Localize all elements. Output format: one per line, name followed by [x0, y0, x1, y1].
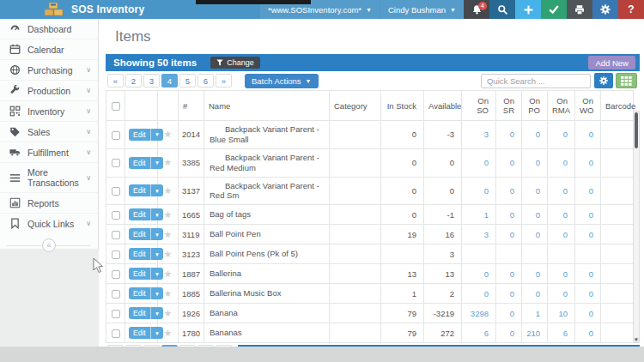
cell-on-sr[interactable] — [496, 244, 522, 264]
cell-on-rma[interactable]: 0 — [548, 284, 575, 304]
sidebar-item-reports[interactable]: Reports — [0, 192, 98, 213]
sidebar-item-quick-links[interactable]: Quick Links ∨ — [0, 213, 98, 233]
row-checkbox[interactable] — [112, 231, 120, 239]
cell-on-sr[interactable]: 0 — [496, 177, 522, 205]
sidebar-item-inventory[interactable]: Inventory ∨ — [0, 100, 98, 121]
cell-on-po[interactable]: 0 — [522, 205, 548, 225]
favorite-star-icon[interactable]: ★ — [164, 249, 173, 259]
print-button[interactable] — [567, 0, 592, 19]
cell-on-po[interactable]: 0 — [522, 177, 548, 205]
favorite-star-icon[interactable]: ★ — [164, 129, 173, 139]
quick-search-input[interactable] — [481, 74, 591, 88]
row-checkbox[interactable] — [112, 290, 120, 299]
sidebar-item-fulfillment[interactable]: Fulfillment ∨ — [0, 142, 98, 162]
cell-on-so[interactable]: 0 — [462, 148, 496, 177]
row-checkbox[interactable] — [112, 187, 120, 196]
cell-on-rma[interactable]: 10 — [548, 304, 575, 323]
app-logo[interactable]: SOS Inventory — [0, 3, 144, 16]
sidebar-item-sales[interactable]: Sales ∨ — [0, 121, 98, 142]
cell-on-wo[interactable]: 0 — [575, 148, 601, 177]
favorite-star-icon[interactable]: ★ — [164, 288, 173, 299]
tasks-button[interactable] — [541, 0, 567, 19]
cell-on-po[interactable]: 1 — [522, 304, 548, 323]
cell-on-po[interactable]: 0 — [522, 121, 548, 149]
column-header-on-wo[interactable]: On WO — [575, 91, 601, 121]
edit-dropdown-caret[interactable]: ▼ — [150, 287, 163, 299]
cell-on-sr[interactable]: 0 — [496, 323, 522, 343]
column-header-barcode[interactable]: Barcode — [601, 91, 634, 121]
page-button-3[interactable]: 3 — [143, 74, 160, 87]
column-header-on-rma[interactable]: On RMA — [548, 91, 575, 121]
cell-on-po[interactable]: 0 — [522, 225, 548, 244]
cell-on-so[interactable]: 3298 — [462, 304, 496, 323]
cell-on-rma[interactable]: 0 — [548, 148, 575, 177]
cell-on-so[interactable]: 6 — [462, 323, 496, 343]
cell-on-so[interactable] — [462, 244, 496, 264]
edit-dropdown-caret[interactable]: ▼ — [150, 208, 163, 220]
row-checkbox[interactable] — [112, 211, 120, 220]
cell-on-sr[interactable]: 0 — [496, 264, 522, 284]
search-button[interactable] — [489, 0, 515, 19]
help-button[interactable]: ? — [618, 0, 644, 19]
edit-dropdown-caret[interactable]: ▼ — [150, 157, 163, 169]
cell-on-wo[interactable]: 0 — [575, 264, 601, 284]
cell-on-sr[interactable]: 0 — [496, 121, 522, 149]
row-checkbox[interactable] — [112, 270, 120, 279]
cell-on-sr[interactable]: 0 — [496, 148, 522, 177]
cell-on-rma[interactable]: 0 — [548, 264, 575, 284]
cell-on-po[interactable]: 0 — [522, 148, 548, 177]
cell-on-wo[interactable]: 0 — [575, 177, 601, 205]
scrollbar-down-arrow[interactable]: ▼ — [634, 337, 639, 342]
cell-on-rma[interactable]: 0 — [548, 205, 575, 225]
scrollbar-thumb[interactable] — [635, 112, 638, 148]
cell-on-rma[interactable]: 0 — [548, 177, 575, 205]
cell-on-wo[interactable]: 0 — [575, 121, 601, 149]
cell-on-sr[interactable]: 0 — [496, 304, 522, 323]
column-header-on-po[interactable]: On PO — [522, 91, 548, 121]
sidebar-item-dashboard[interactable]: Dashboard — [0, 19, 98, 39]
cell-on-sr[interactable]: 0 — [496, 284, 522, 304]
sidebar-collapse-button[interactable]: « — [42, 238, 56, 252]
row-checkbox[interactable] — [112, 329, 120, 338]
cell-on-rma[interactable]: 0 — [548, 225, 575, 244]
change-filter-button[interactable]: Change — [210, 57, 260, 69]
favorite-star-icon[interactable]: ★ — [164, 185, 173, 196]
notifications-button[interactable]: 4 — [464, 0, 489, 19]
cell-on-rma[interactable]: 6 — [548, 323, 575, 343]
edit-dropdown-caret[interactable]: ▼ — [150, 228, 163, 240]
edit-dropdown-caret[interactable]: ▼ — [150, 184, 163, 196]
batch-actions-button[interactable]: Batch Actions ▼ — [245, 74, 319, 88]
edit-button[interactable]: Edit▼ — [129, 129, 163, 141]
grid-view-button[interactable] — [616, 73, 637, 88]
cell-on-po[interactable] — [522, 244, 548, 264]
edit-button[interactable]: Edit▼ — [129, 268, 163, 280]
cell-on-wo[interactable]: 0 — [575, 304, 601, 323]
column-header-in-stock[interactable]: In Stock — [381, 91, 424, 121]
table-vertical-scrollbar[interactable]: ▼ — [633, 111, 640, 343]
cell-on-wo[interactable]: 0 — [575, 225, 601, 244]
select-all-checkbox[interactable] — [112, 102, 120, 111]
cell-on-sr[interactable]: 0 — [496, 205, 522, 225]
column-header-name[interactable]: Name — [204, 91, 330, 121]
cell-on-so[interactable]: 0 — [462, 284, 496, 304]
edit-dropdown-caret[interactable]: ▼ — [150, 327, 163, 339]
page-button-5[interactable]: 5 — [179, 74, 196, 87]
edit-dropdown-caret[interactable]: ▼ — [150, 248, 163, 260]
page-button-»[interactable]: » — [216, 74, 232, 87]
sidebar-item-calendar[interactable]: Calendar — [0, 39, 98, 59]
page-button-«[interactable]: « — [107, 74, 124, 87]
cell-on-rma[interactable]: 0 — [548, 121, 575, 149]
edit-button[interactable]: Edit▼ — [129, 228, 163, 240]
cell-on-po[interactable]: 210 — [522, 323, 548, 343]
cell-on-sr[interactable]: 0 — [496, 225, 522, 244]
edit-dropdown-caret[interactable]: ▼ — [150, 129, 163, 141]
cell-on-wo[interactable]: 0 — [575, 205, 601, 225]
settings-button[interactable] — [592, 0, 618, 19]
sidebar-item-more-transactions[interactable]: More Transactions ∨ — [0, 162, 98, 192]
cell-on-wo[interactable]: 0 — [575, 284, 601, 304]
column-header-on-sr[interactable]: On SR — [496, 91, 522, 121]
user-menu-dropdown[interactable]: Cindy Bushman ▼ — [380, 0, 464, 19]
cell-on-po[interactable]: 0 — [522, 264, 548, 284]
favorite-star-icon[interactable]: ★ — [164, 209, 173, 220]
grid-settings-button[interactable] — [594, 73, 613, 88]
